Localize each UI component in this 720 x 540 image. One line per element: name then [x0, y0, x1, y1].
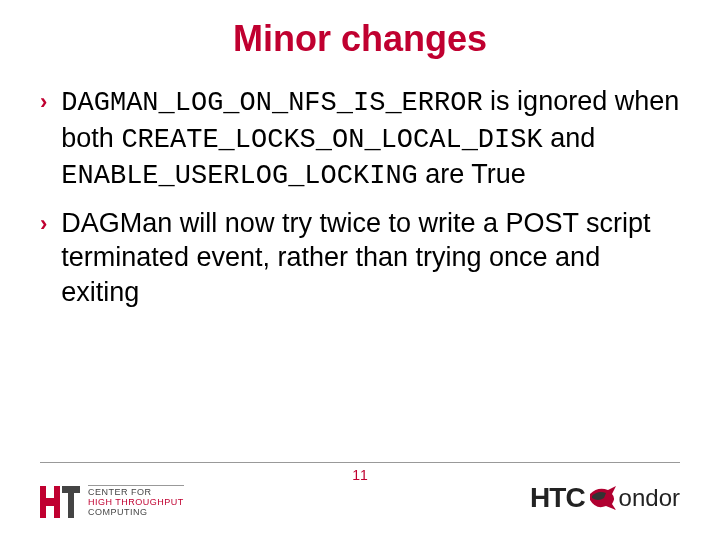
logo-htcondor: HTC ondor [530, 482, 680, 514]
chtc-mark-icon [40, 486, 80, 518]
htcondor-ht: HTC [530, 482, 585, 514]
page-number: 11 [0, 467, 720, 483]
chevron-icon: › [40, 210, 47, 238]
footer: 11 CENTER FOR HIGH THROUGHPUT COMPUTING … [0, 462, 720, 522]
htcondor-ondor: ondor [619, 484, 680, 512]
slide-title: Minor changes [0, 0, 720, 60]
content-area: › DAGMAN_LOG_ON_NFS_IS_ERROR is ignored … [0, 60, 720, 309]
htcondor-bird-icon [588, 484, 618, 512]
code-span: CREATE_LOCKS_ON_LOCAL_DISK [121, 125, 542, 155]
logo-chtc: CENTER FOR HIGH THROUGHPUT COMPUTING [40, 485, 184, 518]
bullet-1-text: DAGMAN_LOG_ON_NFS_IS_ERROR is ignored wh… [61, 84, 680, 194]
slide: Minor changes › DAGMAN_LOG_ON_NFS_IS_ERR… [0, 0, 720, 540]
code-span: DAGMAN_LOG_ON_NFS_IS_ERROR [61, 88, 482, 118]
bullet-2-text: DAGMan will now try twice to write a POS… [61, 206, 680, 310]
bullet-1: › DAGMAN_LOG_ON_NFS_IS_ERROR is ignored … [40, 84, 680, 194]
code-span: ENABLE_USERLOG_LOCKING [61, 161, 417, 191]
bullet-2: › DAGMan will now try twice to write a P… [40, 206, 680, 310]
chtc-text: CENTER FOR HIGH THROUGHPUT COMPUTING [88, 485, 184, 518]
footer-divider [40, 462, 680, 463]
chevron-icon: › [40, 88, 47, 116]
